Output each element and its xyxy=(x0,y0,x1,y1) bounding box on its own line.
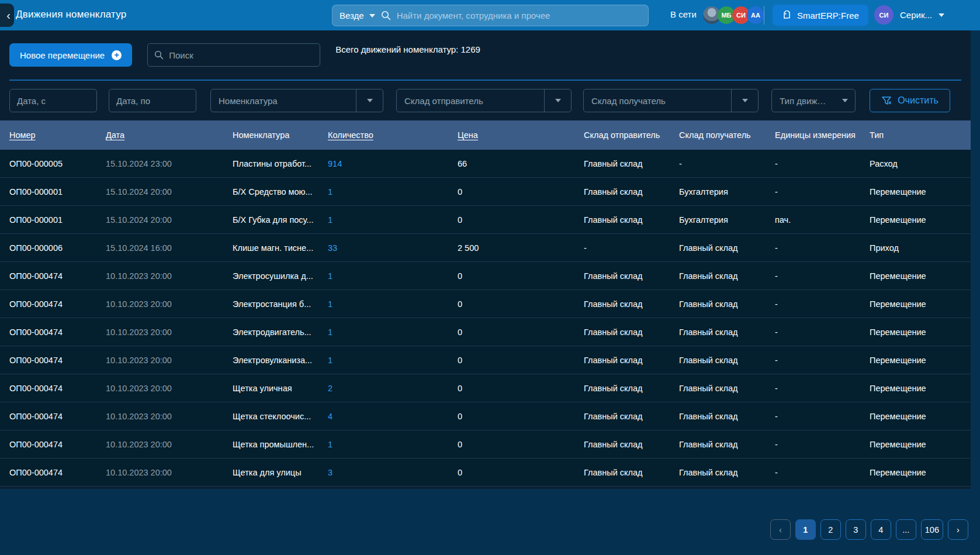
cell-item: Щетка для улицы xyxy=(233,468,328,477)
next-page-button[interactable]: › xyxy=(948,519,968,540)
table-row[interactable]: ОП00-00047410.10.2023 20:00Щетка стеклоо… xyxy=(0,402,971,430)
cell-unit: - xyxy=(775,159,870,168)
search-scope-select[interactable]: Везде xyxy=(340,11,375,20)
cell-number: ОП00-000474 xyxy=(9,412,106,421)
quantity-link[interactable]: 1 xyxy=(328,328,333,337)
chevron-left-icon: ‹ xyxy=(6,9,11,22)
cell-qty[interactable]: 1 xyxy=(328,271,458,281)
table-search-input[interactable] xyxy=(169,50,313,60)
page-button-1[interactable]: 1 xyxy=(795,519,816,540)
table-row[interactable]: ОП00-00000115.10.2024 20:00Б/Х Средство … xyxy=(0,178,971,206)
table-row[interactable]: ОП00-00047410.10.2023 20:00Щетка промышл… xyxy=(0,430,971,459)
column-header-number[interactable]: Номер xyxy=(9,130,106,140)
filter-select-3[interactable]: Склад получатель xyxy=(583,89,759,112)
user-menu[interactable]: СИ Серик... xyxy=(874,5,944,25)
cell-price: 0 xyxy=(458,328,584,337)
quantity-link[interactable]: 1 xyxy=(328,356,333,365)
global-search-bar[interactable]: Везде xyxy=(332,5,649,26)
chevron-down-icon xyxy=(835,89,855,112)
new-movement-button[interactable]: Новое перемещение + xyxy=(9,43,132,67)
cell-item: Щетка стеклоочис... xyxy=(233,412,328,421)
back-button[interactable]: ‹ xyxy=(0,4,14,27)
date-from-input[interactable] xyxy=(9,89,97,112)
cell-qty[interactable]: 3 xyxy=(328,468,458,477)
cell-qty[interactable]: 1 xyxy=(328,187,458,197)
cell-to: Главный склад xyxy=(679,356,775,365)
cell-qty[interactable]: 1 xyxy=(328,440,458,449)
cell-qty[interactable]: 1 xyxy=(328,215,458,225)
filter-select-1[interactable]: Номенклатура xyxy=(210,89,383,112)
table-row[interactable]: ОП00-00000115.10.2024 20:00Б/Х Губка для… xyxy=(0,206,971,234)
cell-unit: пач. xyxy=(775,215,870,225)
quantity-link[interactable]: 4 xyxy=(328,412,333,421)
quantity-link[interactable]: 1 xyxy=(328,299,333,309)
date-to-input[interactable] xyxy=(109,89,196,112)
quantity-link[interactable]: 1 xyxy=(328,215,333,225)
cell-to: Главный склад xyxy=(679,384,775,393)
cell-to: Главный склад xyxy=(679,243,775,253)
cell-number: ОП00-000474 xyxy=(9,299,106,309)
page-button-4[interactable]: 4 xyxy=(871,519,891,540)
clear-filters-label: Очистить xyxy=(898,95,939,106)
cell-item: Щетка уличная xyxy=(233,384,328,393)
cell-qty[interactable]: 2 xyxy=(328,384,458,393)
cell-number: ОП00-000005 xyxy=(9,159,106,168)
table-row[interactable]: ОП00-00047410.10.2023 20:00Щетка для ули… xyxy=(0,459,971,487)
table-row[interactable]: ОП00-00047410.10.2023 20:00Электровулкан… xyxy=(0,346,971,374)
cell-item: Электростанция б... xyxy=(233,299,328,309)
page-button-2[interactable]: 2 xyxy=(820,519,841,540)
cell-unit: - xyxy=(775,271,870,281)
cell-date: 10.10.2023 20:00 xyxy=(106,271,233,281)
table-row[interactable]: ОП00-00000615.10.2024 16:00Клише магн. т… xyxy=(0,234,971,262)
cell-number: ОП00-000474 xyxy=(9,440,106,449)
filter-select-label: Склад получатель xyxy=(584,96,731,106)
filter-select-2[interactable]: Склад отправитель xyxy=(396,89,572,112)
quantity-link[interactable]: 33 xyxy=(328,243,337,253)
cell-from: Главный склад xyxy=(584,271,679,281)
clear-filters-button[interactable]: Очистить xyxy=(870,89,950,112)
cell-qty[interactable]: 1 xyxy=(328,328,458,337)
cell-qty[interactable]: 914 xyxy=(328,159,458,168)
cell-unit: - xyxy=(775,440,870,449)
page-button-106[interactable]: 106 xyxy=(921,519,943,540)
cell-from: - xyxy=(584,243,679,253)
cell-number: ОП00-000006 xyxy=(9,243,106,253)
filter-select-label: Склад отправитель xyxy=(397,96,544,106)
quantity-link[interactable]: 3 xyxy=(328,468,333,477)
cell-price: 0 xyxy=(458,468,584,477)
online-user-avatar[interactable]: АА xyxy=(747,6,764,24)
quantity-link[interactable]: 1 xyxy=(328,440,333,449)
chevron-down-icon xyxy=(369,14,375,18)
table-row[interactable]: ОП00-00047410.10.2023 20:00Электростанци… xyxy=(0,290,971,318)
cell-date: 10.10.2023 20:00 xyxy=(106,440,233,449)
chevron-down-icon xyxy=(731,89,758,112)
quantity-link[interactable]: 2 xyxy=(328,384,333,393)
page-ellipsis-button[interactable]: ... xyxy=(896,519,916,540)
quantity-link[interactable]: 1 xyxy=(328,187,333,197)
table-search-box[interactable] xyxy=(147,43,320,67)
cell-qty[interactable]: 4 xyxy=(328,412,458,421)
cell-qty[interactable]: 33 xyxy=(328,243,458,253)
table-row[interactable]: ОП00-00047410.10.2023 20:00Электродвигат… xyxy=(0,318,971,346)
quantity-link[interactable]: 914 xyxy=(328,159,342,168)
cell-qty[interactable]: 1 xyxy=(328,299,458,309)
cell-from: Главный склад xyxy=(584,384,679,393)
cell-type: Расход xyxy=(870,159,971,168)
table-row[interactable]: ОП00-00047410.10.2023 20:00Электросушилк… xyxy=(0,262,971,290)
column-header-price[interactable]: Цена xyxy=(458,130,584,140)
filter-select-4[interactable]: Тип движен... xyxy=(771,89,856,112)
cell-type: Перемещение xyxy=(870,440,971,449)
cell-qty[interactable]: 1 xyxy=(328,356,458,365)
table-row[interactable]: ОП00-00047410.10.2023 20:00Щетка уличная… xyxy=(0,374,971,402)
cell-price: 2 500 xyxy=(458,243,584,253)
page-button-3[interactable]: 3 xyxy=(846,519,866,540)
table-body: ОП00-00000515.10.2024 23:00Пластины отра… xyxy=(0,150,971,487)
table-row[interactable]: ОП00-00000515.10.2024 23:00Пластины отра… xyxy=(0,150,971,178)
column-header-date[interactable]: Дата xyxy=(106,130,233,140)
plan-badge-button[interactable]: SmartERP:Free xyxy=(773,5,868,26)
column-header-qty[interactable]: Количество xyxy=(328,130,458,140)
cell-from: Главный склад xyxy=(584,328,679,337)
global-search-input[interactable] xyxy=(397,11,641,20)
column-header-to: Склад получатель xyxy=(679,130,775,140)
quantity-link[interactable]: 1 xyxy=(328,271,333,281)
